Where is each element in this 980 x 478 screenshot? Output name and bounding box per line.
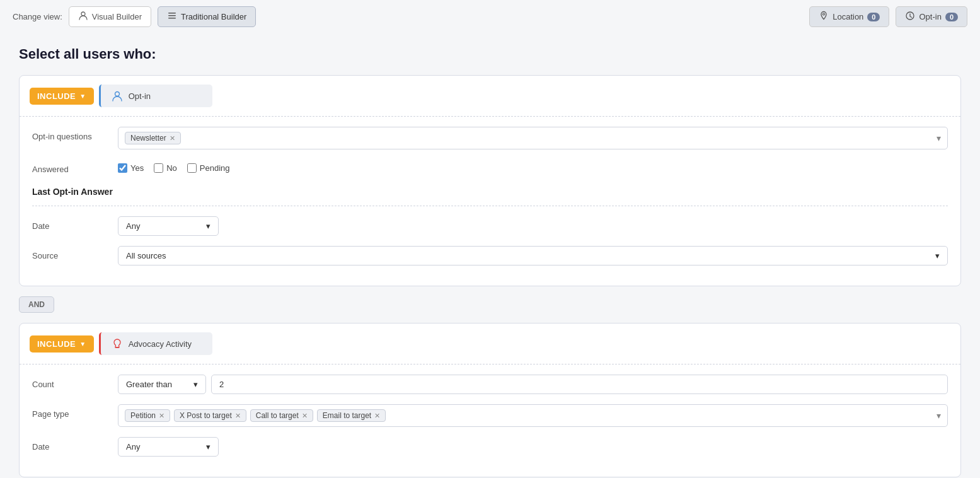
advocacy-segment-icon <box>111 337 124 350</box>
answered-label: Answered <box>32 160 108 174</box>
divider-optin <box>32 206 948 206</box>
last-optin-answer-title: Last Opt-in Answer <box>32 184 948 197</box>
advocacy-date-value: Any <box>126 442 140 452</box>
answered-yes[interactable]: Yes <box>118 163 144 173</box>
newsletter-tag: Newsletter ✕ <box>125 132 181 144</box>
and-btn[interactable]: AND <box>19 296 54 313</box>
traditional-builder-icon <box>167 11 177 23</box>
svg-point-6 <box>115 92 119 96</box>
svg-rect-3 <box>168 18 176 19</box>
page-type-select[interactable]: Petition ✕ X Post to target ✕ Call to ta… <box>118 404 948 427</box>
optin-questions-select[interactable]: Newsletter ✕ ▾ <box>118 127 948 149</box>
location-icon <box>819 11 829 23</box>
answered-yes-checkbox[interactable] <box>118 163 127 173</box>
petition-tag-remove[interactable]: ✕ <box>159 412 164 419</box>
xpost-tag: X Post to target ✕ <box>174 409 246 422</box>
segment-card-optin: INCLUDE ▼ Opt-in Opt-in questions Newsle… <box>19 75 961 286</box>
segment-header-optin: INCLUDE ▼ Opt-in <box>20 76 960 117</box>
answered-no[interactable]: No <box>154 163 177 173</box>
count-operator-chevron: ▾ <box>193 380 198 389</box>
traditional-builder-label: Traditional Builder <box>181 12 246 21</box>
segment-type-advocacy: Advocacy Activity <box>99 332 212 355</box>
visual-builder-label: Visual Builder <box>92 12 142 21</box>
segment-header-advocacy: INCLUDE ▼ Advocacy Activity <box>20 324 960 364</box>
advocacy-segment-label: Advocacy Activity <box>129 339 192 349</box>
field-row-answered: Answered Yes No Pending <box>32 160 948 174</box>
field-row-optin-date: Date Any ▾ <box>32 216 948 236</box>
calltotarget-tag: Call to target ✕ <box>250 409 313 422</box>
answered-control: Yes No Pending <box>118 160 948 173</box>
page-title: Select all users who: <box>19 46 961 62</box>
answered-no-checkbox[interactable] <box>154 163 163 173</box>
main-content: Select all users who: INCLUDE ▼ Opt-in O… <box>0 33 980 478</box>
count-control: Greater than ▾ <box>118 375 948 394</box>
optin-date-label: Date <box>32 216 108 231</box>
count-operator-value: Greater than <box>126 380 172 389</box>
page-type-label: Page type <box>32 404 108 419</box>
page-type-chevron: ▾ <box>937 411 941 421</box>
svg-point-0 <box>81 12 85 16</box>
include-label-optin: INCLUDE <box>37 91 76 101</box>
optin-date-value: Any <box>126 221 140 231</box>
view-toggle: Change view: Visual Builder Traditional … <box>13 6 256 27</box>
optin-date-chevron: ▾ <box>206 221 210 231</box>
location-count: 0 <box>867 13 880 21</box>
top-right-controls: Location 0 Opt-in 0 <box>809 6 967 27</box>
answered-checkbox-group: Yes No Pending <box>118 160 948 173</box>
newsletter-tag-remove[interactable]: ✕ <box>170 135 175 142</box>
calltotarget-tag-remove[interactable]: ✕ <box>302 412 308 419</box>
include-btn-optin[interactable]: INCLUDE ▼ <box>30 88 94 105</box>
source-select[interactable]: All sources ▾ <box>118 246 948 265</box>
include-btn-advocacy[interactable]: INCLUDE ▼ <box>30 335 94 353</box>
count-label: Count <box>32 375 108 389</box>
field-row-source: Source All sources ▾ <box>32 246 948 265</box>
location-btn[interactable]: Location 0 <box>809 6 889 27</box>
optin-segment-label: Opt-in <box>129 91 151 101</box>
page-type-control: Petition ✕ X Post to target ✕ Call to ta… <box>118 404 948 427</box>
optin-date-control: Any ▾ <box>118 216 948 236</box>
answered-pending-checkbox[interactable] <box>187 163 197 173</box>
emailtotarget-tag: Email to target ✕ <box>317 409 386 422</box>
include-label-advocacy: INCLUDE <box>37 339 76 349</box>
traditional-builder-btn[interactable]: Traditional Builder <box>158 6 256 27</box>
optin-btn[interactable]: Opt-in 0 <box>896 6 967 27</box>
segment-card-advocacy: INCLUDE ▼ Advocacy Activity Count Greate… <box>19 323 961 477</box>
count-value-input[interactable] <box>211 375 948 394</box>
xpost-tag-remove[interactable]: ✕ <box>235 412 241 419</box>
optin-questions-control: Newsletter ✕ ▾ <box>118 127 948 149</box>
visual-builder-btn[interactable]: Visual Builder <box>69 6 151 27</box>
optin-label: Opt-in <box>919 12 941 21</box>
segment-body-advocacy: Count Greater than ▾ Page type <box>20 364 960 477</box>
source-chevron: ▾ <box>935 251 940 260</box>
segment-body-optin: Opt-in questions Newsletter ✕ ▾ Answered <box>20 117 960 286</box>
optin-count: 0 <box>945 13 958 21</box>
advocacy-date-chevron: ▾ <box>206 442 210 452</box>
segment-type-optin: Opt-in <box>99 85 212 107</box>
svg-point-4 <box>823 13 825 15</box>
include-chevron-optin: ▼ <box>79 93 86 100</box>
advocacy-date-select[interactable]: Any ▾ <box>118 437 219 457</box>
count-operator-select[interactable]: Greater than ▾ <box>118 375 206 394</box>
advocacy-date-control: Any ▾ <box>118 437 948 457</box>
source-value: All sources <box>126 251 166 260</box>
field-row-count: Count Greater than ▾ <box>32 375 948 394</box>
emailtotarget-tag-remove[interactable]: ✕ <box>374 412 380 419</box>
petition-tag: Petition ✕ <box>125 409 170 422</box>
advocacy-date-label: Date <box>32 437 108 452</box>
source-control: All sources ▾ <box>118 246 948 265</box>
field-row-optin-questions: Opt-in questions Newsletter ✕ ▾ <box>32 127 948 149</box>
include-chevron-advocacy: ▼ <box>79 341 86 347</box>
top-bar: Change view: Visual Builder Traditional … <box>0 0 980 33</box>
optin-questions-label: Opt-in questions <box>32 127 108 141</box>
optin-date-select[interactable]: Any ▾ <box>118 216 219 236</box>
field-row-advocacy-date: Date Any ▾ <box>32 437 948 457</box>
source-label: Source <box>32 246 108 260</box>
optin-questions-chevron: ▾ <box>937 133 941 143</box>
optin-icon <box>905 11 915 23</box>
count-row: Greater than ▾ <box>118 375 948 394</box>
svg-rect-2 <box>168 15 176 16</box>
location-label: Location <box>833 12 863 21</box>
optin-segment-icon <box>111 90 124 102</box>
field-row-page-type: Page type Petition ✕ X Post to target ✕ … <box>32 404 948 427</box>
answered-pending[interactable]: Pending <box>187 163 230 173</box>
